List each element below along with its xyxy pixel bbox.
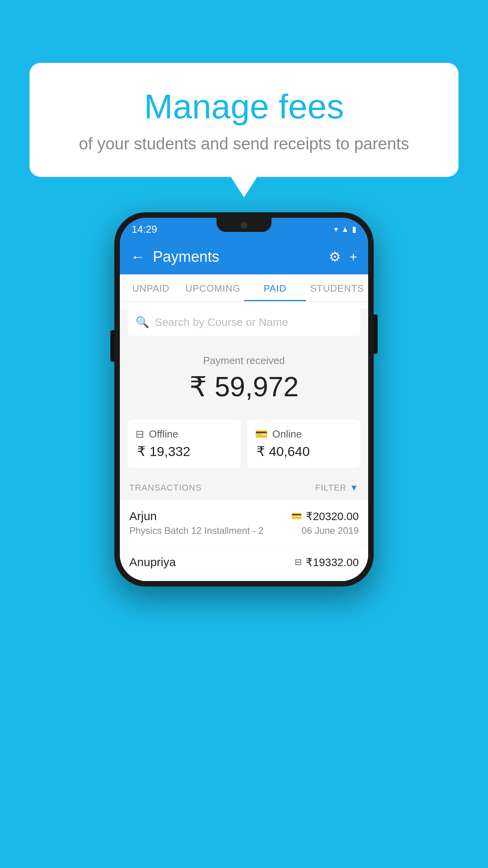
transaction-amount-wrap: 💳 ₹20320.00 <box>291 510 359 523</box>
content-area: 🔍 Search by Course or Name Payment recei… <box>120 309 368 581</box>
search-icon: 🔍 <box>136 316 149 329</box>
app-header: ← Payments ⚙ + <box>120 239 368 274</box>
transaction-item[interactable]: Anupriya ⊟ ₹19332.00 <box>120 546 368 581</box>
phone-outer: 14:29 ▾ ▲ ▮ ← Payments ⚙ + UNPAID <box>114 212 374 587</box>
online-label: Online <box>272 428 302 440</box>
filter-label: FILTER <box>315 483 347 493</box>
transaction-name: Arjun <box>129 509 157 523</box>
signal-icon: ▲ <box>341 225 349 234</box>
payment-summary: Payment received ₹ 59,972 <box>120 343 368 419</box>
tab-unpaid[interactable]: UNPAID <box>120 274 182 301</box>
transaction-name: Anupriya <box>129 555 176 569</box>
page-title: Payments <box>153 248 321 265</box>
add-icon[interactable]: + <box>349 249 357 265</box>
online-card: 💳 Online ₹ 40,640 <box>247 419 360 468</box>
wifi-icon: ▾ <box>334 224 338 234</box>
filter-icon: ▼ <box>350 483 359 493</box>
promo-section: Manage fees of your students and send re… <box>29 63 459 177</box>
transaction-item[interactable]: Arjun 💳 ₹20320.00 Physics Batch 12 Insta… <box>120 500 368 546</box>
offline-icon: ⊟ <box>136 428 144 440</box>
transaction-amount: ₹20320.00 <box>306 510 359 523</box>
header-icons: ⚙ + <box>329 249 357 265</box>
transaction-amount: ₹19332.00 <box>306 556 359 569</box>
transaction-amount-wrap: ⊟ ₹19332.00 <box>295 556 359 569</box>
status-time: 14:29 <box>132 223 157 235</box>
card-payment-icon: 💳 <box>291 511 302 521</box>
online-amount: ₹ 40,640 <box>255 443 352 459</box>
phone-mockup: 14:29 ▾ ▲ ▮ ← Payments ⚙ + UNPAID <box>114 212 374 587</box>
battery-icon: ▮ <box>352 224 356 234</box>
offline-card: ⊟ Offline ₹ 19,332 <box>128 419 241 468</box>
offline-amount: ₹ 19,332 <box>136 443 233 459</box>
transactions-header: TRANSACTIONS FILTER ▼ <box>120 476 368 500</box>
status-icons: ▾ ▲ ▮ <box>334 224 356 234</box>
promo-subtitle: of your students and send receipts to pa… <box>61 134 427 153</box>
transactions-label: TRANSACTIONS <box>129 483 202 493</box>
payment-received-label: Payment received <box>128 355 360 367</box>
offline-label: Offline <box>149 428 178 440</box>
tab-paid[interactable]: PAID <box>244 274 306 301</box>
search-bar[interactable]: 🔍 Search by Course or Name <box>128 309 360 336</box>
cash-payment-icon: ⊟ <box>295 557 302 567</box>
speech-bubble: Manage fees of your students and send re… <box>29 63 459 177</box>
tab-students[interactable]: STUDENTS <box>306 274 368 301</box>
filter-button[interactable]: FILTER ▼ <box>315 483 359 493</box>
promo-title: Manage fees <box>61 86 427 127</box>
tab-bar: UNPAID UPCOMING PAID STUDENTS <box>120 274 368 302</box>
payment-total-amount: ₹ 59,972 <box>128 371 360 403</box>
phone-notch <box>216 218 272 232</box>
online-icon: 💳 <box>255 428 268 440</box>
search-input[interactable]: Search by Course or Name <box>155 316 288 329</box>
phone-inner: 14:29 ▾ ▲ ▮ ← Payments ⚙ + UNPAID <box>120 218 368 581</box>
transaction-date: 06 June 2019 <box>302 525 359 536</box>
back-button[interactable]: ← <box>131 248 145 265</box>
tab-upcoming[interactable]: UPCOMING <box>182 274 244 301</box>
settings-icon[interactable]: ⚙ <box>329 249 341 265</box>
transaction-course: Physics Batch 12 Installment - 2 <box>129 525 263 536</box>
payment-cards: ⊟ Offline ₹ 19,332 💳 Online ₹ 40,640 <box>120 419 368 476</box>
